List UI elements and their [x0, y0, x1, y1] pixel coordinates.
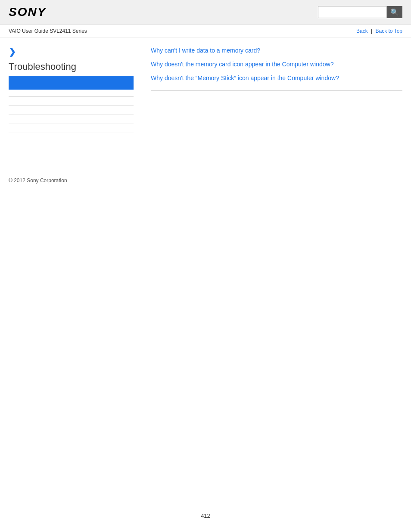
content-area: ❯ Troubleshooting Why can't I write data…: [0, 38, 411, 169]
list-item[interactable]: [9, 96, 134, 106]
list-item: Why can't I write data to a memory card?: [151, 47, 402, 54]
page-number: 412: [0, 513, 411, 519]
nav-bar: VAIO User Guide SVL2411 Series Back | Ba…: [0, 25, 411, 38]
page-footer: © 2012 Sony Corporation: [0, 169, 411, 188]
list-item: Why doesn't the memory card icon appear …: [151, 60, 402, 68]
memory-card-write-link[interactable]: Why can't I write data to a memory card?: [151, 47, 260, 54]
memory-stick-icon-link[interactable]: Why doesn't the “Memory Stick” icon appe…: [151, 75, 339, 81]
list-item[interactable]: [9, 115, 134, 124]
search-input[interactable]: [318, 6, 387, 18]
list-item[interactable]: [9, 124, 134, 133]
sidebar: ❯ Troubleshooting: [9, 47, 142, 160]
nav-separator: |: [371, 28, 372, 34]
back-to-top-link[interactable]: Back to Top: [376, 28, 402, 34]
sidebar-items: [9, 96, 134, 160]
list-item[interactable]: [9, 106, 134, 115]
search-area: 🔍: [318, 6, 402, 18]
content-divider: [151, 90, 402, 91]
list-item[interactable]: [9, 142, 134, 151]
memory-card-icon-link[interactable]: Why doesn't the memory card icon appear …: [151, 61, 333, 68]
sidebar-highlight-bar: [9, 76, 134, 90]
list-item[interactable]: [9, 151, 134, 160]
page-header: SONY 🔍: [0, 0, 411, 25]
sidebar-title: Troubleshooting: [9, 61, 134, 72]
sidebar-arrow-icon: ❯: [9, 47, 134, 57]
nav-links: Back | Back to Top: [356, 28, 402, 34]
sony-logo: SONY: [9, 5, 46, 19]
main-content: Why can't I write data to a memory card?…: [142, 47, 402, 160]
search-icon: 🔍: [390, 8, 399, 16]
content-links: Why can't I write data to a memory card?…: [151, 47, 402, 82]
search-button[interactable]: 🔍: [387, 6, 402, 18]
copyright-text: © 2012 Sony Corporation: [9, 177, 67, 184]
back-link[interactable]: Back: [356, 28, 368, 34]
list-item: Why doesn't the “Memory Stick” icon appe…: [151, 74, 402, 82]
list-item[interactable]: [9, 133, 134, 142]
guide-title: VAIO User Guide SVL2411 Series: [9, 28, 87, 34]
